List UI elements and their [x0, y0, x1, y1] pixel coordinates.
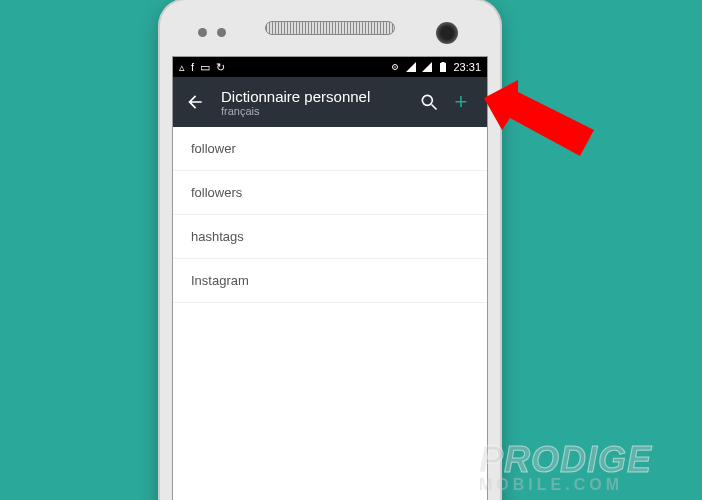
list-item[interactable]: follower	[173, 127, 487, 171]
front-camera	[436, 22, 458, 44]
search-icon	[419, 92, 439, 112]
list-item-label: hashtags	[191, 229, 244, 244]
svg-line-5	[432, 105, 437, 110]
svg-point-4	[422, 95, 432, 105]
signal-icon-2	[421, 61, 433, 73]
back-button[interactable]	[183, 90, 207, 114]
app-bar: Dictionnaire personnel français +	[173, 77, 487, 127]
page-title: Dictionnaire personnel	[221, 88, 413, 105]
list-item[interactable]: Instagram	[173, 259, 487, 303]
status-left-icons: ▵ f ▭ ↻	[179, 61, 225, 74]
status-right-icons: 23:31	[389, 61, 481, 73]
phone-frame: ▵ f ▭ ↻ 23:31 Dictionnaire personnel fra…	[160, 0, 500, 500]
watermark: PRODIGE MOBILE.COM	[479, 444, 652, 494]
svg-point-1	[395, 66, 397, 68]
sync-icon: ↻	[216, 61, 225, 74]
sensor-dots	[198, 28, 226, 37]
list-item[interactable]: followers	[173, 171, 487, 215]
facebook-icon: f	[191, 61, 194, 73]
plus-icon: +	[455, 89, 468, 115]
phone-screen: ▵ f ▭ ↻ 23:31 Dictionnaire personnel fra…	[172, 56, 488, 500]
list-item-label: followers	[191, 185, 242, 200]
status-bar: ▵ f ▭ ↻ 23:31	[173, 57, 487, 77]
location-icon	[389, 61, 401, 73]
list-item-label: Instagram	[191, 273, 249, 288]
search-button[interactable]	[413, 86, 445, 118]
add-button[interactable]: +	[445, 86, 477, 118]
word-list: follower followers hashtags Instagram	[173, 127, 487, 303]
svg-marker-6	[484, 80, 594, 156]
watermark-line1: PRODIGE	[479, 444, 652, 476]
earpiece-speaker	[265, 21, 395, 35]
title-block: Dictionnaire personnel français	[221, 88, 413, 117]
phone-bezel-top	[160, 0, 500, 56]
clock: 23:31	[453, 61, 481, 73]
svg-rect-2	[440, 63, 446, 72]
list-item[interactable]: hashtags	[173, 215, 487, 259]
page-subtitle: français	[221, 105, 413, 117]
battery-icon	[437, 61, 449, 73]
arrow-left-icon	[185, 92, 205, 112]
vlc-icon: ▵	[179, 61, 185, 74]
window-icon: ▭	[200, 61, 210, 74]
list-item-label: follower	[191, 141, 236, 156]
annotation-arrow	[484, 80, 604, 170]
signal-icon	[405, 61, 417, 73]
svg-rect-3	[442, 62, 445, 63]
